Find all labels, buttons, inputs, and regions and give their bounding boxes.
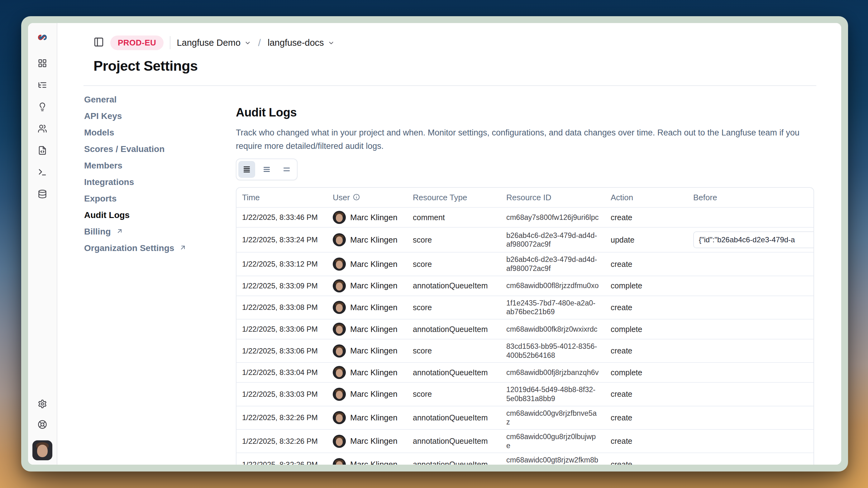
row-user-name: Marc Klingen [350,303,398,312]
cell-resource-type: annotationQueueItem [407,434,501,448]
audit-logs-panel: Audit Logs Track who changed what in you… [236,86,841,465]
settings-nav-item[interactable]: Billing [84,227,236,236]
row-user-avatar [333,435,346,448]
cell-before [688,262,813,267]
users-icon[interactable] [38,124,47,133]
cell-action: update [605,233,688,247]
org-selector[interactable]: Langfuse Demo [177,37,251,48]
cell-resource-type: score [407,300,501,315]
settings-nav-item[interactable]: Audit Logs [84,211,236,220]
langfuse-logo-icon[interactable] [37,32,48,44]
cell-resource-id: b26ab4c6-d2e3-479d-ad4d-af980072ac9f [501,253,605,275]
settings-nav-item[interactable]: Scores / Evaluation [84,145,236,154]
desktop-wallpaper: PROD-EU Langfuse Demo / langfuse-docs [0,0,868,488]
settings-nav-item-label: Scores / Evaluation [84,144,164,154]
cell-before [688,327,813,332]
cell-resource-type: score [407,233,501,247]
row-user-name: Marc Klingen [350,213,398,222]
divider [170,36,170,49]
cell-time: 1/22/2025, 8:32:26 PM [237,458,327,465]
audit-logs-table: Time User Resource Type Resource ID Acti… [236,187,814,465]
settings-content: General API Keys Models Scores / Evaluat… [84,86,841,465]
settings-nav-item-label: Members [84,161,122,171]
tracing-icon[interactable] [38,80,47,90]
settings-nav-item[interactable]: Integrations [84,178,236,187]
playground-terminal-icon[interactable] [38,167,47,177]
table-row: 1/22/2025, 8:33:06 PM Marc Klingen annot… [237,319,813,339]
settings-nav-item[interactable]: Members [84,161,236,170]
cell-time: 1/22/2025, 8:33:04 PM [237,366,327,379]
before-json-box[interactable]: {"id":"b26ab4c6-d2e3-479d-a [693,231,813,248]
panel-heading: Audit Logs [236,106,841,119]
dashboard-icon[interactable] [38,59,47,68]
cell-resource-id: 83cd1563-bb95-4012-8356-400b52b64168 [501,339,605,362]
cell-action: create [605,411,688,425]
app-window: PROD-EU Langfuse Demo / langfuse-docs [21,16,848,471]
row-height-large-button[interactable] [278,161,295,178]
table-row: 1/22/2025, 8:33:24 PM Marc Klingen score… [237,227,813,252]
main-area: PROD-EU Langfuse Demo / langfuse-docs [57,23,841,465]
environment-badge[interactable]: PROD-EU [110,35,163,50]
row-user-avatar [333,323,346,336]
support-lifebuoy-icon[interactable] [38,420,47,429]
project-name: langfuse-docs [268,38,324,48]
cell-resource-type: annotationQueueItem [407,457,501,465]
cell-action: create [605,457,688,465]
cell-time: 1/22/2025, 8:33:46 PM [237,210,327,224]
column-header-user: User [327,192,407,203]
cell-time: 1/22/2025, 8:33:03 PM [237,387,327,401]
cell-before [688,349,813,354]
cell-before [688,305,813,310]
cell-resource-id: b26ab4c6-d2e3-479d-ad4d-af980072ac9f [501,229,605,251]
cell-user: Marc Klingen [327,231,407,249]
column-header-time: Time [237,193,327,202]
settings-nav-item[interactable]: API Keys [84,112,236,121]
chevron-down-icon [328,38,335,48]
cell-user: Marc Klingen [327,456,407,465]
cell-resource-id: 1f1e2435-7bd7-480e-a2a0-ab76bec21b69 [501,296,605,319]
row-height-medium-button[interactable] [258,161,275,178]
cell-action: create [605,434,688,448]
cell-action: complete [605,279,688,293]
table-row: 1/22/2025, 8:32:26 PM Marc Klingen annot… [237,406,813,429]
sidebar-toggle-icon[interactable] [93,37,104,48]
cell-user: Marc Klingen [327,320,407,338]
info-icon[interactable] [353,193,360,203]
settings-nav-item[interactable]: Exports [84,194,236,203]
cell-resource-id: cm68awidb00fj8rjzbanzqh6v [501,366,605,380]
cell-resource-type: annotationQueueItem [407,322,501,336]
settings-nav-item[interactable]: General [84,95,236,104]
settings-nav-item-label: Models [84,128,114,138]
table-row: 1/22/2025, 8:32:26 PM Marc Klingen annot… [237,429,813,453]
row-user-name: Marc Klingen [350,368,398,378]
cell-time: 1/22/2025, 8:33:08 PM [237,300,327,314]
cell-before: {"id":"b26ab4c6-d2e3-479d-a [688,228,813,252]
cell-before [688,283,813,288]
table-row: 1/22/2025, 8:32:26 PM Marc Klingen annot… [237,453,813,465]
user-avatar[interactable] [32,441,52,460]
row-user-avatar [333,458,346,465]
external-link-icon [179,243,187,254]
row-height-small-button[interactable] [238,161,255,178]
settings-nav-item-label: Billing [84,227,111,237]
cell-action: create [605,300,688,315]
prompts-lightbulb-icon[interactable] [38,102,47,111]
datasets-file-code-icon[interactable] [38,146,47,155]
table-row: 1/22/2025, 8:33:46 PM Marc Klingen comme… [237,207,813,227]
cell-action: create [605,344,688,358]
row-user-name: Marc Klingen [350,413,398,423]
rail-bottom [32,399,52,460]
cell-resource-type: score [407,257,501,271]
cell-resource-id: cm68ay7s800fw126j9uri6lpc [501,210,605,225]
project-selector[interactable]: langfuse-docs [268,37,335,48]
row-user-avatar [333,411,346,424]
settings-nav-item[interactable]: Organization Settings [84,244,236,253]
database-icon[interactable] [38,189,47,199]
org-name: Langfuse Demo [177,38,241,48]
cell-time: 1/22/2025, 8:32:26 PM [237,411,327,424]
cell-before [688,370,813,375]
settings-gear-icon[interactable] [38,399,47,409]
settings-nav-item[interactable]: Models [84,128,236,137]
cell-resource-type: annotationQueueItem [407,411,501,425]
row-user-avatar [333,258,346,271]
